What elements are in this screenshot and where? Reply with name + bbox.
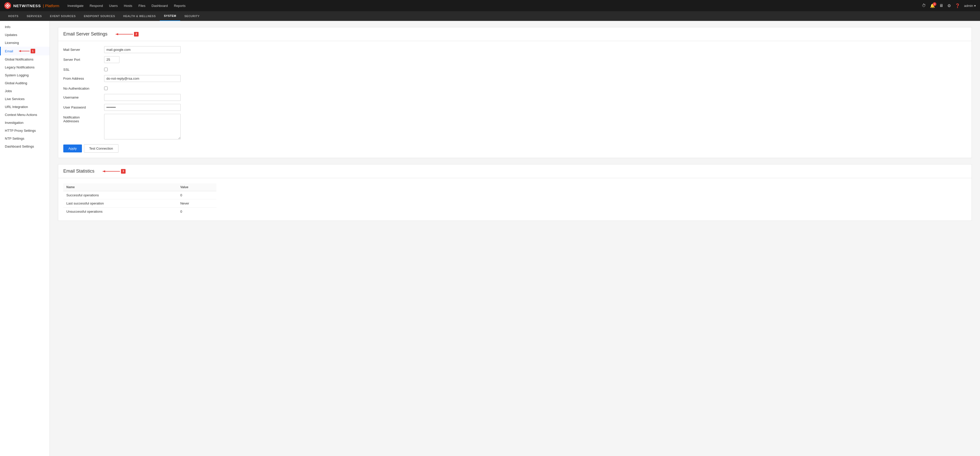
no-auth-control: [104, 85, 181, 91]
email-statistics-section: Email Statistics 3 Name Value: [58, 164, 972, 221]
username-input[interactable]: [104, 94, 181, 101]
mail-server-label: Mail Server: [63, 46, 104, 51]
sidebar-item-global-auditing[interactable]: Global Auditing: [0, 79, 49, 87]
stat-value-successful-ops: 0: [177, 191, 216, 199]
logo: NETWITNESS | Platform: [4, 2, 59, 9]
mail-server-input[interactable]: [104, 46, 181, 53]
from-address-label: From Address: [63, 75, 104, 80]
stat-name-successful-ops: Successful operations: [63, 191, 177, 199]
nav-reports[interactable]: Reports: [174, 3, 186, 9]
stat-name-unsuccessful-ops: Unsuccessful operations: [63, 207, 177, 216]
chevron-down-icon: ▾: [974, 4, 976, 8]
bell-icon[interactable]: 🔔 1: [930, 3, 935, 8]
admin-button[interactable]: admin ▾: [964, 4, 976, 8]
monitor-icon[interactable]: 🖥: [939, 3, 943, 8]
user-password-label: User Password: [63, 104, 104, 109]
username-control: [104, 94, 181, 101]
sidebar-item-system-logging[interactable]: System Logging: [0, 71, 49, 79]
email-server-settings-section: Email Server Settings 2 Mail Server: [58, 27, 972, 158]
arrow-left-icon: [17, 49, 30, 53]
help-icon[interactable]: ❓: [955, 3, 960, 8]
sidebar-item-context-menu-actions[interactable]: Context Menu Actions: [0, 111, 49, 119]
sidebar-item-updates[interactable]: Updates: [0, 31, 49, 39]
tools-icon[interactable]: ⚙: [947, 3, 951, 8]
notification-addresses-row: NotificationAddresses: [63, 114, 966, 140]
subnav-health-wellness[interactable]: HEALTH & WELLNESS: [119, 11, 160, 21]
subnav-system[interactable]: SYSTEM: [160, 11, 180, 21]
notification-addresses-textarea[interactable]: [104, 114, 181, 139]
sidebar-item-http-proxy-settings[interactable]: HTTP Proxy Settings: [0, 127, 49, 134]
no-auth-row: No Authentication: [63, 85, 966, 91]
server-port-row: Server Port: [63, 56, 966, 63]
ssl-control: [104, 66, 181, 72]
sidebar-item-licensing[interactable]: Licensing: [0, 39, 49, 47]
main-layout: Info Updates Licensing Email 1 Global No…: [0, 21, 980, 456]
logo-platform: | Platform: [43, 3, 59, 8]
mail-server-control: [104, 46, 181, 53]
email-server-settings-body: Mail Server Server Port SSL: [58, 41, 972, 158]
user-password-control: [104, 104, 181, 111]
username-row: Username: [63, 94, 966, 101]
top-navigation: NETWITNESS | Platform Investigate Respon…: [0, 0, 980, 11]
nav-investigate[interactable]: Investigate: [67, 3, 83, 9]
subnav-hosts[interactable]: HOSTS: [4, 11, 22, 21]
logo-text: NETWITNESS: [13, 3, 41, 8]
sidebar-item-jobs[interactable]: Jobs: [0, 87, 49, 95]
no-auth-label: No Authentication: [63, 85, 104, 90]
nav-hosts[interactable]: Hosts: [124, 3, 132, 9]
user-password-row: User Password: [63, 104, 966, 111]
col-header-value: Value: [177, 183, 216, 191]
annotation-badge-3: 3: [121, 169, 126, 174]
server-port-input[interactable]: [104, 56, 119, 63]
nav-dashboard[interactable]: Dashboard: [151, 3, 168, 9]
from-address-input[interactable]: [104, 75, 181, 82]
ssl-label: SSL: [63, 66, 104, 72]
annotation-2: 2: [113, 32, 138, 37]
server-port-control: [104, 56, 181, 63]
user-password-input[interactable]: [104, 104, 181, 111]
annotation-3: 3: [100, 169, 126, 174]
test-connection-button[interactable]: Test Connection: [84, 144, 118, 153]
ssl-checkbox[interactable]: [104, 68, 108, 71]
sidebar-item-legacy-notifications[interactable]: Legacy Notifications: [0, 63, 49, 71]
sidebar-item-investigation[interactable]: Investigation: [0, 119, 49, 127]
arrow-left-icon-3: [100, 169, 120, 173]
username-label: Username: [63, 94, 104, 99]
table-row: Last successful operation Never: [63, 199, 216, 207]
stat-value-unsuccessful-ops: 0: [177, 207, 216, 216]
sidebar-item-dashboard-settings[interactable]: Dashboard Settings: [0, 142, 49, 150]
sub-navigation: HOSTS SERVICES EVENT SOURCES ENDPOINT SO…: [0, 11, 980, 21]
notification-badge: 1: [933, 2, 936, 6]
nav-users[interactable]: Users: [109, 3, 118, 9]
sidebar-item-email[interactable]: Email 1: [0, 47, 49, 56]
sidebar-item-info[interactable]: Info: [0, 23, 49, 31]
stat-value-last-successful: Never: [177, 199, 216, 207]
nav-files[interactable]: Files: [138, 3, 145, 9]
sidebar-item-live-services[interactable]: Live Services: [0, 95, 49, 103]
mail-server-row: Mail Server: [63, 46, 966, 53]
email-statistics-header: Email Statistics 3: [58, 164, 972, 178]
annotation-badge-1: 1: [30, 49, 35, 53]
nav-respond[interactable]: Respond: [89, 3, 103, 9]
arrow-left-icon-2: [113, 32, 133, 36]
subnav-event-sources[interactable]: EVENT SOURCES: [46, 11, 80, 21]
apply-button[interactable]: Apply: [63, 145, 82, 152]
nav-right: ⏱ 🔔 1 🖥 ⚙ ❓ admin ▾: [922, 3, 976, 8]
no-auth-checkbox[interactable]: [104, 86, 108, 90]
email-statistics-title: Email Statistics: [63, 169, 94, 174]
main-content: Email Server Settings 2 Mail Server: [50, 21, 980, 456]
clock-icon[interactable]: ⏱: [922, 3, 926, 8]
form-buttons: Apply Test Connection: [63, 144, 966, 153]
svg-marker-3: [19, 50, 21, 52]
notification-addresses-control: [104, 114, 181, 140]
table-row: Successful operations 0: [63, 191, 216, 199]
logo-icon: [4, 2, 11, 9]
subnav-services[interactable]: SERVICES: [22, 11, 46, 21]
sidebar: Info Updates Licensing Email 1 Global No…: [0, 21, 50, 456]
subnav-endpoint-sources[interactable]: ENDPOINT SOURCES: [80, 11, 119, 21]
sidebar-item-global-notifications[interactable]: Global Notifications: [0, 56, 49, 63]
sidebar-item-ntp-settings[interactable]: NTP Settings: [0, 134, 49, 142]
subnav-security[interactable]: SECURITY: [180, 11, 204, 21]
ssl-row: SSL: [63, 66, 966, 72]
sidebar-item-url-integration[interactable]: URL Integration: [0, 103, 49, 111]
